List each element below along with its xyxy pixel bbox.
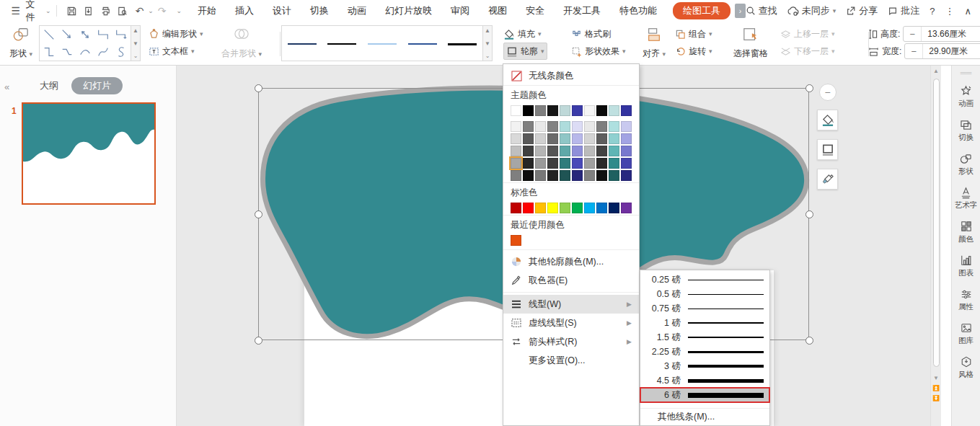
sidebar-item-图库[interactable]: 图库 [955,321,978,346]
tab-slides[interactable]: 幻灯片 [71,77,123,94]
print-icon[interactable] [97,3,115,19]
quick-style-brush-button[interactable] [817,169,838,190]
standard-color-swatch[interactable] [523,203,534,213]
width-decrease-button[interactable]: − [905,46,922,57]
send-backward-button[interactable]: 下移一层▾ [780,43,835,60]
quick-outline-button[interactable] [817,139,838,160]
standard-color-swatch[interactable] [621,203,632,213]
theme-color-swatch[interactable] [523,105,534,116]
line-style-item[interactable]: 线型(W) ▶ [503,295,639,314]
theme-tint-swatch[interactable] [609,146,619,156]
more-lines-item[interactable]: 其他线条(M)... [640,408,769,425]
fill-button[interactable]: 填充▾ [503,25,547,43]
curve-connector-icon[interactable] [76,43,94,61]
quick-fill-button[interactable] [817,110,838,130]
theme-color-swatch[interactable] [560,105,570,116]
bring-forward-button[interactable]: 上移一层▾ [780,25,835,43]
theme-tint-swatch[interactable] [547,170,558,181]
menu-tab[interactable]: 插入 [235,4,254,17]
theme-tint-swatch[interactable] [547,121,558,132]
width-value[interactable]: 29.90厘米 [922,44,980,58]
s-curve-connector-icon[interactable] [94,43,112,61]
selection-pane-button[interactable]: 选择窗格 [728,25,773,61]
zigzag-connector-icon[interactable] [58,43,76,61]
sidebar-item-风格[interactable]: 风格 [955,355,978,380]
theme-tint-swatch[interactable] [547,146,558,156]
more-options-icon[interactable]: ⋮ [945,6,955,17]
dash-style-item[interactable]: 虚线线型(S) ▶ [503,314,639,332]
export-pdf-icon[interactable] [80,3,97,19]
menu-tab[interactable]: 安全 [526,4,544,17]
standard-color-swatch[interactable] [560,203,570,213]
standard-color-swatch[interactable] [596,203,607,213]
sidebar-item-动画[interactable]: 动画 [955,84,978,109]
theme-color-swatch[interactable] [621,105,632,116]
line-gallery-scroll[interactable]: ▲▼⌄ [483,25,493,61]
theme-tint-swatch[interactable] [535,170,546,181]
connector-arrow-icon[interactable] [58,26,76,43]
recent-color-swatch[interactable] [511,235,521,246]
theme-color-swatch[interactable] [535,105,546,116]
standard-color-swatch[interactable] [547,203,558,213]
theme-tint-swatch[interactable] [523,133,534,144]
theme-tint-swatch[interactable] [584,158,595,169]
group-button[interactable]: 组合▾ [675,25,712,43]
theme-tint-swatch[interactable] [572,158,583,169]
connector-double-arrow-icon[interactable] [76,26,94,43]
theme-tint-swatch[interactable] [547,133,558,144]
tab-overflow-chevron-icon[interactable]: › [735,4,746,18]
standard-color-swatch[interactable] [609,203,619,213]
theme-tint-swatch[interactable] [596,170,607,181]
theme-tint-swatch[interactable] [596,121,607,132]
freeform-s-icon[interactable] [112,43,131,61]
theme-tint-swatch[interactable] [560,121,570,132]
line-style-swatch[interactable] [282,26,322,62]
theme-tint-swatch[interactable] [621,158,632,169]
scrollbar-thumb[interactable] [933,79,940,367]
theme-tint-swatch[interactable] [535,146,546,156]
menu-tab[interactable]: 审阅 [451,4,469,17]
elbow-connector-icon[interactable] [94,26,112,43]
theme-tint-swatch[interactable] [609,158,619,169]
edit-shape-button[interactable]: 编辑形状▾ [149,25,203,43]
line-style-swatch[interactable] [322,26,363,62]
resize-handle-top-right[interactable] [805,84,813,92]
theme-tint-swatch[interactable] [584,133,595,144]
menu-tab[interactable]: 设计 [273,4,291,17]
hamburger-icon[interactable]: ☰ [7,3,24,19]
theme-tint-swatch[interactable] [609,133,619,144]
menu-tab[interactable]: 动画 [348,4,366,17]
theme-tint-swatch[interactable] [621,170,632,181]
theme-tint-swatch[interactable] [511,133,521,144]
theme-tint-swatch[interactable] [572,133,583,144]
theme-tint-swatch[interactable] [572,146,583,156]
comment-button[interactable]: 批注 [888,4,919,17]
menu-tab[interactable]: 视图 [488,4,507,17]
standard-color-swatch[interactable] [511,203,521,213]
theme-tint-swatch[interactable] [596,146,607,156]
theme-tint-swatch[interactable] [584,146,595,156]
standard-color-swatch[interactable] [535,203,546,213]
save-icon[interactable] [63,3,80,19]
theme-tint-swatch[interactable] [523,146,534,156]
standard-color-swatch[interactable] [572,203,583,213]
sidebar-item-艺术字[interactable]: 艺术字 [955,186,978,210]
resize-handle-top-left[interactable] [255,84,262,92]
theme-tint-swatch[interactable] [511,121,521,132]
theme-tint-swatch[interactable] [511,170,521,181]
sidebar-grip-icon[interactable]: ══ [961,66,972,84]
theme-tint-swatch[interactable] [535,158,546,169]
theme-tint-swatch[interactable] [547,158,558,169]
standard-color-swatch[interactable] [584,203,595,213]
shape-effects-button[interactable]: 形状效果▾ [571,43,626,60]
connector-line-icon[interactable] [40,26,58,43]
theme-color-swatch[interactable] [609,105,619,116]
previous-slide-icon[interactable]: ⏫ [932,383,940,393]
theme-tint-swatch[interactable] [584,121,595,132]
align-button[interactable]: 对齐 ▾ [637,25,671,61]
theme-tint-swatch[interactable] [609,121,619,132]
theme-tint-swatch[interactable] [523,158,534,169]
theme-tint-swatch[interactable] [584,170,595,181]
resize-handle-bottom-left[interactable] [255,337,262,345]
undo-icon[interactable]: ↶ [131,3,149,19]
